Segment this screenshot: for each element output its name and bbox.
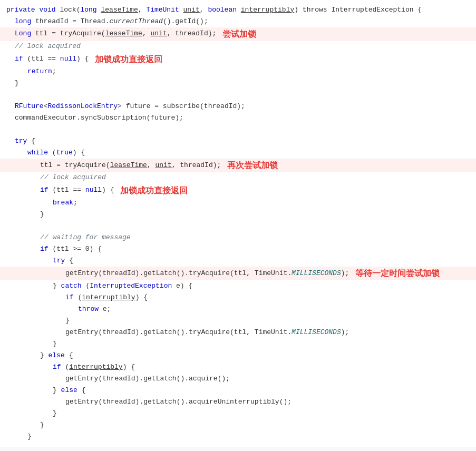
line-15-text: break; bbox=[53, 198, 77, 209]
line-29-text: getEntry(threadId).getLatch().acquire(); bbox=[65, 374, 230, 385]
line-18-text: if (ttl >= 0) { bbox=[40, 244, 102, 255]
line-12-text: ttl = tryAcquire(leaseTime, unit, thread… bbox=[40, 160, 221, 171]
code-line-1: private void lock(long leaseTime, TimeUn… bbox=[0, 4, 476, 16]
code-line-32: } bbox=[0, 408, 476, 419]
comment-2: // lock acquired bbox=[40, 172, 106, 183]
line-5-text: if (ttl == null) { bbox=[15, 54, 89, 65]
code-line-26: } bbox=[0, 338, 476, 350]
line-34-text: } bbox=[27, 432, 32, 443]
line-31-text: getEntry(threadId).getLatch().acquireUni… bbox=[65, 397, 292, 408]
line-11-text: while (true) { bbox=[27, 148, 85, 159]
line-16-text: } bbox=[40, 209, 44, 220]
code-line-11: while (true) { bbox=[0, 147, 476, 159]
line-14-text: if (ttl == null) { bbox=[40, 185, 114, 196]
annotation-trylock: 尝试加锁 bbox=[222, 27, 256, 41]
code-line-4: // lock acquired bbox=[0, 41, 476, 53]
code-line-7: } bbox=[0, 77, 476, 89]
code-line-22: if (interruptibly) { bbox=[0, 292, 476, 303]
code-line-16: } bbox=[0, 209, 476, 220]
code-line-21: } catch (InterruptedException e) { bbox=[0, 280, 476, 292]
line-25-text: getEntry(threadId).getLatch().tryAcquire… bbox=[65, 327, 349, 338]
code-line-12: ttl = tryAcquire(leaseTime, unit, thread… bbox=[0, 159, 476, 172]
code-line-27: } else { bbox=[0, 350, 476, 361]
code-block: private void lock(long leaseTime, TimeUn… bbox=[0, 0, 476, 447]
line-24-text: } bbox=[65, 316, 70, 327]
line-1-text: private void lock(long leaseTime, TimeUn… bbox=[6, 5, 422, 16]
annotation-retrytrylock: 再次尝试加锁 bbox=[227, 159, 278, 172]
line-22-text: if (interruptibly) { bbox=[65, 292, 148, 303]
code-line-empty3 bbox=[0, 220, 476, 232]
code-line-empty2 bbox=[0, 124, 476, 135]
code-line-3: Long ttl = tryAcquire(leaseTime, unit, t… bbox=[0, 27, 476, 41]
line-8-text: RFuture<RedissonLockEntry> future = subs… bbox=[15, 101, 245, 112]
line-32-text: } bbox=[53, 408, 57, 419]
line-7-text: } bbox=[15, 78, 19, 89]
code-line-29: getEntry(threadId).getLatch().acquire(); bbox=[0, 373, 476, 385]
code-line-6: return; bbox=[0, 66, 476, 77]
code-line-25: getEntry(threadId).getLatch().tryAcquire… bbox=[0, 327, 476, 338]
code-line-19: try { bbox=[0, 255, 476, 267]
code-line-2: long threadId = Thread.currentThread().g… bbox=[0, 16, 476, 27]
line-33-text: } bbox=[40, 420, 44, 431]
line-23-text: throw e; bbox=[78, 304, 111, 315]
comment-3: // waiting for message bbox=[40, 232, 131, 243]
annotation-lockreturn2: 加锁成功直接返回 bbox=[120, 184, 188, 198]
code-line-13: // lock acquired bbox=[0, 172, 476, 184]
code-line-20: getEntry(threadId).getLatch().tryAcquire… bbox=[0, 267, 476, 280]
code-line-10: try { bbox=[0, 135, 476, 147]
line-19-text: try { bbox=[53, 256, 73, 267]
code-line-5: if (ttl == null) { 加锁成功直接返回 bbox=[0, 53, 476, 66]
code-line-8: RFuture<RedissonLockEntry> future = subs… bbox=[0, 101, 476, 112]
line-27-text: } else { bbox=[40, 350, 73, 361]
code-line-28: if (interruptibly) { bbox=[0, 361, 476, 373]
line-28-text: if (interruptibly) { bbox=[53, 362, 135, 373]
line-20-text: getEntry(threadId).getLatch().tryAcquire… bbox=[65, 268, 349, 279]
line-26-text: } bbox=[53, 339, 57, 350]
footer: CSDN @myprince003 bbox=[0, 447, 476, 451]
annotation-waitlock: 等待一定时间尝试加锁 bbox=[355, 267, 440, 280]
code-line-34: } bbox=[0, 431, 476, 443]
code-line-23: throw e; bbox=[0, 303, 476, 315]
code-line-24: } bbox=[0, 315, 476, 327]
code-line-30: } else { bbox=[0, 385, 476, 396]
line-3-text: Long ttl = tryAcquire(leaseTime, unit, t… bbox=[15, 28, 216, 40]
line-9-text: commandExecutor.syncSubscription(future)… bbox=[15, 113, 183, 124]
line-6-text: return; bbox=[27, 66, 56, 77]
comment-1: // lock acquired bbox=[15, 41, 81, 52]
code-line-15: break; bbox=[0, 197, 476, 209]
code-line-31: getEntry(threadId).getLatch().acquireUni… bbox=[0, 396, 476, 408]
annotation-lockreturn: 加锁成功直接返回 bbox=[95, 53, 162, 66]
code-line-14: if (ttl == null) { 加锁成功直接返回 bbox=[0, 184, 476, 198]
code-line-9: commandExecutor.syncSubscription(future)… bbox=[0, 112, 476, 124]
code-line-18: if (ttl >= 0) { bbox=[0, 243, 476, 255]
line-10-text: try { bbox=[15, 136, 35, 147]
code-line-empty1 bbox=[0, 89, 476, 101]
line-2-text: long threadId = Thread.currentThread().g… bbox=[15, 16, 208, 27]
code-line-17: // waiting for message bbox=[0, 232, 476, 243]
line-30-text: } else { bbox=[53, 385, 85, 396]
code-line-33: } bbox=[0, 419, 476, 431]
line-21-text: } catch (InterruptedException e) { bbox=[53, 281, 192, 292]
